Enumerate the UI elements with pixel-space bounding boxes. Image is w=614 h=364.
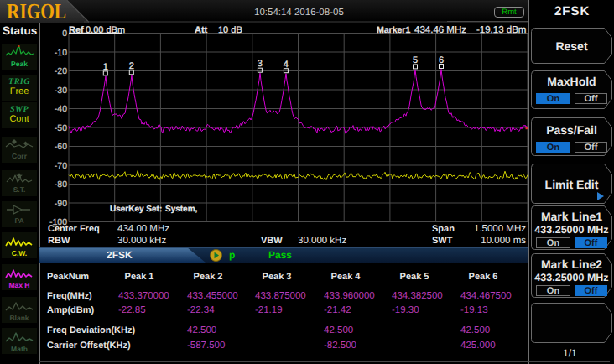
svg-text:42.500: 42.500 (187, 325, 216, 335)
svg-text:434.467500: 434.467500 (460, 291, 512, 301)
svg-text:-22.34: -22.34 (187, 305, 215, 315)
svg-text:425.000: 425.000 (460, 341, 496, 351)
svg-text:42.500: 42.500 (324, 325, 353, 335)
svg-text:433.875000: 433.875000 (255, 291, 306, 301)
svg-text:Peak 4: Peak 4 (331, 272, 362, 282)
svg-text:Peak 6: Peak 6 (469, 272, 498, 282)
svg-text:-82.500: -82.500 (324, 341, 356, 351)
svg-text:434.382500: 434.382500 (392, 291, 443, 301)
svg-text:Carrier Offset(KHz): Carrier Offset(KHz) (47, 341, 131, 351)
svg-text:433.455000: 433.455000 (187, 291, 238, 301)
svg-text:Peak 5: Peak 5 (400, 272, 429, 282)
svg-text:Amp(dBm): Amp(dBm) (47, 305, 95, 315)
svg-text:Peak 2: Peak 2 (194, 272, 223, 282)
svg-text:Peak 1: Peak 1 (125, 272, 154, 282)
svg-text:PeakNum: PeakNum (47, 272, 89, 282)
svg-text:Freq(MHz): Freq(MHz) (47, 291, 92, 301)
svg-text:433.370000: 433.370000 (118, 291, 169, 301)
svg-text:-21.42: -21.42 (324, 305, 351, 315)
svg-text:-587.500: -587.500 (187, 341, 225, 351)
svg-text:-19.30: -19.30 (392, 305, 419, 315)
svg-text:Peak 3: Peak 3 (263, 272, 292, 282)
svg-text:-19.13: -19.13 (460, 305, 488, 315)
svg-text:-21.19: -21.19 (255, 305, 283, 315)
svg-text:-22.85: -22.85 (118, 305, 146, 315)
svg-text:Freq Deviation(KHz): Freq Deviation(KHz) (47, 325, 135, 335)
svg-text:42.500: 42.500 (460, 325, 490, 335)
svg-text:433.960000: 433.960000 (324, 291, 375, 301)
